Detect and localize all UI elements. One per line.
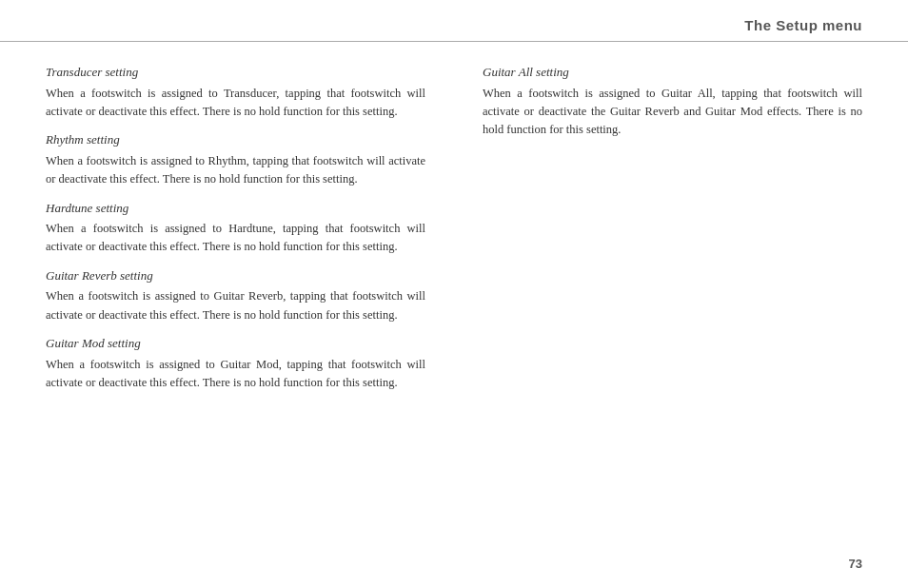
page-footer: 73 xyxy=(849,557,862,571)
left-section-body-4: When a footswitch is assigned to Guitar … xyxy=(46,356,425,393)
left-section-title-1: Rhythm setting xyxy=(46,130,425,149)
left-section-title-0: Transducer setting xyxy=(46,63,425,82)
left-section-title-3: Guitar Reverb setting xyxy=(46,266,425,285)
page-header: The Setup menu xyxy=(0,0,908,42)
left-section-title-2: Hardtune setting xyxy=(46,199,425,218)
right-section-body-0: When a footswitch is assigned to Guitar … xyxy=(483,85,862,140)
content-area: Transducer settingWhen a footswitch is a… xyxy=(0,42,908,430)
left-section-body-1: When a footswitch is assigned to Rhythm,… xyxy=(46,152,425,189)
right-section-title-0: Guitar All setting xyxy=(483,63,862,82)
left-section-body-3: When a footswitch is assigned to Guitar … xyxy=(46,287,425,324)
page-container: The Setup menu Transducer settingWhen a … xyxy=(0,0,908,588)
left-section-title-4: Guitar Mod setting xyxy=(46,334,425,353)
right-column: Guitar All settingWhen a footswitch is a… xyxy=(468,63,862,402)
header-title: The Setup menu xyxy=(744,17,862,33)
left-column: Transducer settingWhen a footswitch is a… xyxy=(46,63,440,402)
left-section-body-2: When a footswitch is assigned to Hardtun… xyxy=(46,220,425,257)
left-section-body-0: When a footswitch is assigned to Transdu… xyxy=(46,85,425,122)
page-number: 73 xyxy=(849,557,862,571)
